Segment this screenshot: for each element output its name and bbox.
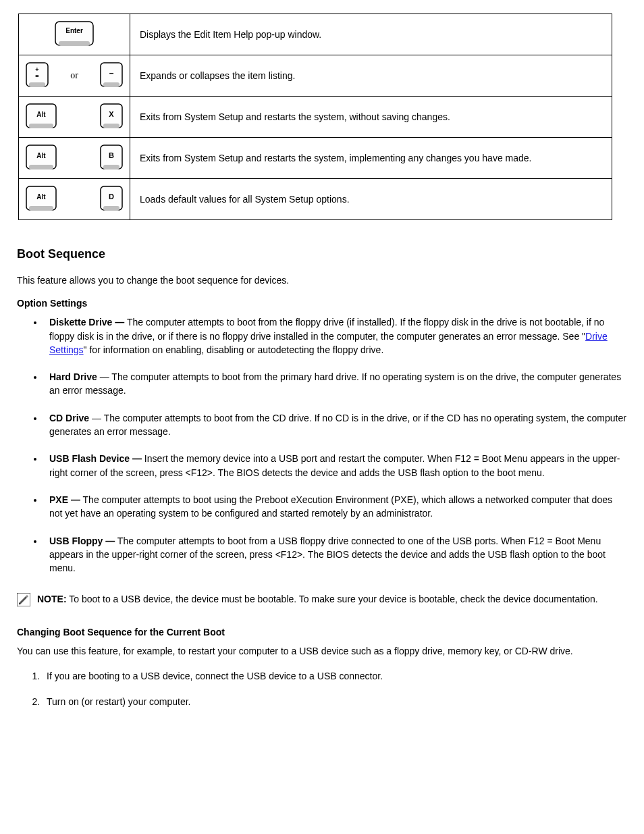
svg-rect-23 (29, 206, 53, 211)
list-item: PXE — The computer attempts to boot usin… (44, 493, 627, 521)
list-item: Diskette Drive — The computer attempts t… (44, 315, 627, 357)
options-subtitle: Option Settings (17, 298, 627, 309)
option-settings-list: Diskette Drive — The computer attempts t… (17, 315, 627, 575)
svg-rect-26 (103, 206, 119, 211)
list-item: CD Drive — The computer attempts to boot… (44, 411, 627, 439)
svg-rect-11 (29, 124, 53, 128)
svg-text:Alt: Alt (36, 152, 46, 159)
note-label: NOTE: (37, 594, 67, 604)
svg-rect-20 (103, 165, 119, 170)
table-row: Alt D Loads default values for all Syste… (19, 179, 612, 220)
svg-text:Alt: Alt (36, 193, 46, 201)
svg-rect-8 (103, 82, 119, 87)
description-cell: Displays the Edit Item Help pop-up windo… (130, 14, 612, 55)
minus-key-icon: – (100, 62, 123, 89)
alt-key-icon: Alt (26, 186, 57, 213)
table-row: + = or – Expands or collapses the item l… (19, 55, 612, 97)
key-cell: Enter (19, 14, 130, 55)
section-title: Boot Sequence (17, 247, 627, 261)
list-item: Hard Drive — The computer attempts to bo… (44, 370, 627, 398)
svg-text:=: = (35, 73, 38, 80)
alt-key-icon: Alt (26, 103, 57, 130)
enter-key-icon: Enter (55, 21, 94, 48)
note-block: NOTE: To boot to a USB device, the devic… (17, 592, 627, 606)
svg-text:X: X (109, 110, 114, 118)
list-item: USB Floppy — The computer attempts to bo… (44, 534, 627, 575)
svg-text:B: B (109, 151, 114, 159)
instructions-paragraph: You can use this feature, for example, t… (17, 644, 627, 658)
svg-rect-4 (29, 82, 45, 87)
list-item: If you are booting to a USB device, conn… (43, 669, 627, 683)
alt-key-icon: Alt (26, 145, 57, 172)
description-cell: Exits from System Setup and restarts the… (130, 97, 612, 138)
b-key-icon: B (100, 145, 123, 172)
svg-rect-14 (103, 124, 119, 128)
description-cell: Expands or collapses the item listing. (130, 55, 612, 97)
plus-equals-key-icon: + = (26, 62, 49, 89)
list-item: Turn on (or restart) your computer. (43, 695, 627, 708)
section-intro: This feature allows you to change the bo… (17, 273, 627, 287)
svg-text:Alt: Alt (36, 111, 46, 118)
x-key-icon: X (100, 103, 123, 130)
table-row: Alt B Exits from System Setup and restar… (19, 138, 612, 179)
table-row: Enter Displays the Edit Item Help pop-up… (19, 14, 612, 55)
note-pencil-icon (17, 593, 30, 606)
key-cell: Alt X (19, 97, 130, 138)
d-key-icon: D (100, 186, 123, 213)
svg-rect-1 (59, 41, 90, 46)
description-cell: Loads default values for all System Setu… (130, 179, 612, 220)
keyboard-shortcuts-table: Enter Displays the Edit Item Help pop-up… (18, 14, 612, 220)
or-text: or (70, 70, 78, 81)
key-cell: + = or – (19, 55, 130, 97)
list-item: USB Flash Device — Insert the memory dev… (44, 452, 627, 479)
key-cell: Alt D (19, 179, 130, 220)
svg-text:Enter: Enter (65, 27, 83, 34)
svg-text:D: D (109, 192, 114, 201)
svg-text:+: + (35, 66, 38, 73)
svg-text:–: – (109, 68, 114, 78)
instructions-title: Changing Boot Sequence for the Current B… (17, 627, 627, 637)
table-row: Alt X Exits from System Setup and restar… (19, 97, 612, 138)
steps-list: If you are booting to a USB device, conn… (17, 669, 627, 709)
note-text: To boot to a USB device, the device must… (67, 594, 598, 604)
description-cell: Exits from System Setup and restarts the… (130, 138, 612, 179)
svg-rect-17 (29, 165, 53, 170)
key-cell: Alt B (19, 138, 130, 179)
